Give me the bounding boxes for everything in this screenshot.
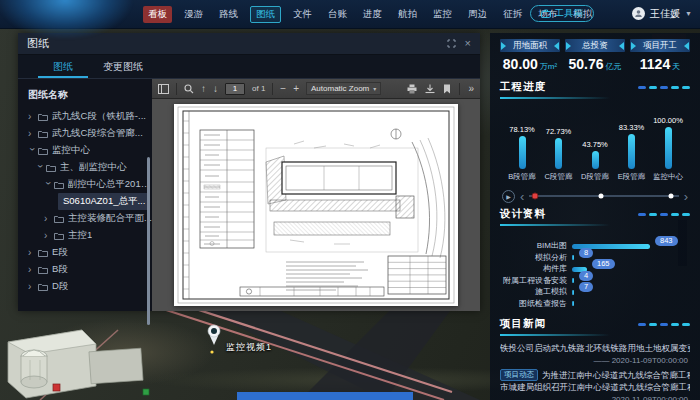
chevron-right-icon: › [28,129,36,139]
bar-value-label: 43.75% [582,140,607,149]
toolbar-overflow-icon[interactable]: » [468,84,474,94]
section-dashes-decoration [638,323,690,326]
toolbox-button[interactable]: 工具箱 [530,5,595,22]
nav-item-aerial[interactable]: 航拍 [394,6,421,23]
caret-down-icon: ▾ [373,85,376,92]
tree-item[interactable]: › 监控中心 [18,142,152,159]
bar-category-label: BIM出图 [500,240,572,251]
design-bar [572,278,574,283]
progress-col[interactable]: 78.13% [504,125,540,169]
carousel-dot-active[interactable] [532,193,539,200]
zoom-in-icon[interactable]: + [293,84,299,94]
nav-item-kanban[interactable]: 看板 [143,6,172,23]
nav-item-roam[interactable]: 漫游 [180,6,207,23]
tree-scrollbar[interactable] [147,157,150,325]
design-pill: 8 [579,248,593,258]
news-tag-badge: 项目动态 [500,369,538,381]
tree-item[interactable]: › 主控1 [18,227,152,244]
folder-icon [54,232,64,240]
nav-item-monitor[interactable]: 监控 [429,6,456,23]
design-row[interactable]: 施工模拟 7 [500,286,690,298]
close-icon[interactable]: × [465,38,471,49]
chevron-down-icon: › [35,164,45,172]
design-pill: 4 [579,271,593,281]
carousel-dot[interactable] [669,194,674,199]
carousel-next-icon[interactable]: › [684,190,688,203]
bar-category-label: 附属工程设备安装 [500,275,572,286]
tree-item[interactable]: › 武九线C段综合管廊... [18,125,152,142]
progress-col[interactable]: 72.73% [541,127,577,169]
progress-bar [592,151,599,169]
tree-item[interactable]: › B段 [18,261,152,278]
design-row[interactable]: BIM出图 843 [500,240,690,252]
news-item[interactable]: 铁投公司启动武九铁路北环线铁路用地土地权属变更登记工作 —— 2020-11-0… [500,342,690,365]
progress-col[interactable]: 83.33% [614,123,650,169]
stat-project-days: 项目开工 1124天 [630,39,690,73]
news-list: 铁投公司启动武九铁路北环线铁路用地土地权属变更登记工作 —— 2020-11-0… [500,342,690,400]
tree-item-selected[interactable]: S0610AZ01_总平... [18,193,152,210]
design-pill: 843 [655,236,678,246]
nav-item-surroundings[interactable]: 周边 [464,6,491,23]
carousel-prev-icon[interactable]: ‹ [520,190,524,203]
tree-item[interactable]: › 主、副监控中心 [18,159,152,176]
bookmark-icon[interactable] [443,84,451,94]
chevron-down-icon: › [27,147,37,155]
bar-category-label: 构件库 [500,263,572,274]
tree-item[interactable]: › E段 [18,244,152,261]
design-row[interactable]: 图纸检查报告 4 [500,298,690,310]
zoom-out-icon[interactable]: − [280,84,286,94]
zoom-select[interactable]: Automatic Zoom ▾ [306,82,381,95]
progress-carousel: ▶ ‹ › [502,189,688,203]
tree-item[interactable]: › 副控中心总平2019... [18,176,152,193]
camera-pin-label[interactable]: 监控视频1 [226,341,272,354]
play-icon[interactable]: ▶ [502,190,515,203]
bim-dashboard: 监控视频1 看板 漫游 路线 图纸 文件 台账 进度 航拍 监控 周边 征拆 场… [0,0,700,400]
carousel-dot[interactable] [599,194,604,199]
download-icon[interactable] [425,84,435,94]
top-navigation: 看板 漫游 路线 图纸 文件 台账 进度 航拍 监控 周边 征拆 场布 模拟 工… [0,0,700,28]
page-down-icon[interactable]: ↓ [213,84,218,94]
avatar [632,7,645,20]
tree-item[interactable]: › 主控装修配合平面... [18,210,152,227]
stat-value: 80.00 [503,56,538,72]
page-number-input[interactable] [225,83,245,95]
nav-item-drawings[interactable]: 图纸 [250,6,281,23]
fullscreen-icon[interactable] [447,39,456,48]
folder-icon [46,164,56,172]
tree-item[interactable]: › D段 [18,278,152,295]
search-icon[interactable] [184,84,194,94]
pdf-canvas[interactable] [152,99,480,311]
nav-item-files[interactable]: 文件 [289,6,316,23]
design-row[interactable]: 附属工程设备安装 4 [500,275,690,287]
page-up-icon[interactable]: ↑ [201,84,206,94]
progress-bar [628,134,635,169]
user-menu[interactable]: 王佳媛 ▼ [632,5,692,22]
news-text: 市城建局组织召开江南中心绿道武九线综合管廊工程PPP项目股权增 [500,382,690,392]
tree-item[interactable]: › 武九线C段（铁机路-... [18,108,152,125]
nav-item-route[interactable]: 路线 [215,6,242,23]
progress-bar [555,138,562,169]
progress-col[interactable]: 100.00% [650,116,686,169]
chevron-right-icon: › [28,248,36,258]
bar-category-label: 图纸检查报告 [500,298,572,309]
section-header-design: 设计资料 [500,207,690,226]
stat-unit: 亿元 [606,62,622,71]
stat-value: 1124 [640,56,670,72]
nav-item-ledger[interactable]: 台账 [324,6,351,23]
design-row[interactable]: 构件库 165 [500,263,690,275]
news-item[interactable]: 项目动态为推进江南中心绿道武九线综合管廊工程PPP项目股权 市城建局组织召开江南… [500,369,690,400]
tab-changed-drawings[interactable]: 变更图纸 [88,55,158,78]
progress-col[interactable]: 43.75% [577,140,613,169]
bar-value-label: 100.00% [653,116,683,125]
progress-bar [519,136,526,169]
nav-item-progress[interactable]: 进度 [359,6,386,23]
pdf-viewer: ↑ ↓ of 1 − + Automatic Zoom ▾ [152,79,480,311]
nav-item-demolition[interactable]: 征拆 [499,6,526,23]
pdf-page [174,104,458,306]
zoom-select-value: Automatic Zoom [311,84,369,93]
sidebar-toggle-icon[interactable] [158,84,169,94]
pdf-toolbar: ↑ ↓ of 1 − + Automatic Zoom ▾ [152,79,480,99]
caret-down-icon: ▼ [685,10,692,17]
tab-drawings[interactable]: 图纸 [38,55,88,78]
print-icon[interactable] [407,84,417,94]
